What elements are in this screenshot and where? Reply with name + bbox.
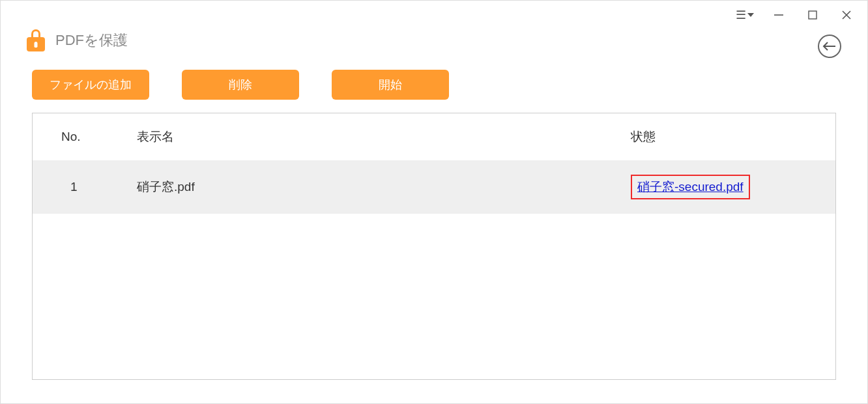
arrow-left-icon bbox=[822, 42, 837, 51]
maximize-button[interactable] bbox=[803, 6, 822, 24]
lock-icon bbox=[27, 29, 45, 51]
header-name: 表示名 bbox=[137, 128, 620, 145]
file-table: No. 表示名 状態 1 硝子窓.pdf 硝子窓-secured.pdf bbox=[32, 113, 836, 380]
minimize-icon bbox=[773, 9, 785, 21]
page-title: PDFを保護 bbox=[55, 31, 128, 50]
cell-name: 硝子窓.pdf bbox=[137, 179, 620, 195]
table-row[interactable]: 1 硝子窓.pdf 硝子窓-secured.pdf bbox=[33, 160, 835, 214]
close-button[interactable] bbox=[837, 6, 856, 24]
maximize-icon bbox=[807, 10, 818, 20]
svg-rect-1 bbox=[809, 11, 817, 19]
status-highlight: 硝子窓-secured.pdf bbox=[631, 175, 750, 199]
back-button[interactable] bbox=[818, 35, 841, 58]
minimize-button[interactable] bbox=[770, 6, 788, 24]
menu-button[interactable]: ☰ bbox=[736, 6, 754, 24]
cell-no: 1 bbox=[33, 180, 137, 194]
delete-button[interactable]: 削除 bbox=[182, 70, 299, 100]
header-no: No. bbox=[33, 130, 137, 144]
header-status: 状態 bbox=[620, 128, 835, 145]
close-icon bbox=[841, 9, 852, 21]
add-file-button[interactable]: ファイルの追加 bbox=[32, 70, 149, 100]
list-menu-icon: ☰ bbox=[736, 9, 754, 21]
table-header: No. 表示名 状態 bbox=[33, 113, 835, 160]
secured-file-link[interactable]: 硝子窓-secured.pdf bbox=[637, 179, 744, 195]
start-button[interactable]: 開始 bbox=[332, 70, 449, 100]
